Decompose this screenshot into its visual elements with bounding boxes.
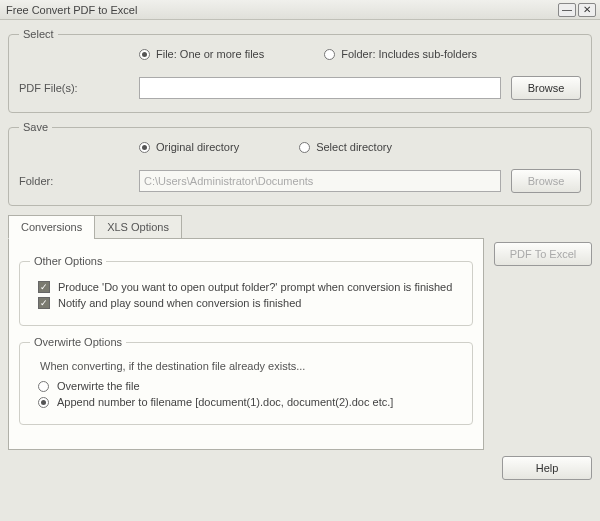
append-number-label: Append number to filename [document(1).d… [57, 396, 393, 408]
help-button[interactable]: Help [502, 456, 592, 480]
select-dir-label: Select directory [316, 141, 392, 153]
browse-folder-button: Browse [511, 169, 581, 193]
window-titlebar: Free Convert PDF to Excel — ✕ [0, 0, 600, 20]
other-options-group: Other Options Produce 'Do you want to op… [19, 255, 473, 326]
overwrite-file-label: Overwirte the file [57, 380, 140, 392]
notify-sound-checkbox[interactable] [38, 297, 50, 309]
save-group: Save Original directory Select directory… [8, 121, 592, 206]
append-number-radio[interactable] [38, 397, 49, 408]
tab-conversions[interactable]: Conversions [8, 215, 95, 239]
conversions-panel: Other Options Produce 'Do you want to op… [8, 238, 484, 450]
tab-xls-options[interactable]: XLS Options [94, 215, 182, 239]
pdf-files-input[interactable] [139, 77, 501, 99]
folder-input[interactable] [139, 170, 501, 192]
other-options-legend: Other Options [30, 255, 106, 267]
select-legend: Select [19, 28, 58, 40]
original-dir-label: Original directory [156, 141, 239, 153]
folder-radio[interactable] [324, 49, 335, 60]
produce-prompt-label: Produce 'Do you want to open output fold… [58, 281, 452, 293]
notify-sound-label: Notify and play sound when conversion is… [58, 297, 301, 309]
save-legend: Save [19, 121, 52, 133]
minimize-icon[interactable]: — [558, 3, 576, 17]
pdf-to-excel-button[interactable]: PDF To Excel [494, 242, 592, 266]
browse-files-button[interactable]: Browse [511, 76, 581, 100]
file-radio[interactable] [139, 49, 150, 60]
original-dir-radio[interactable] [139, 142, 150, 153]
folder-label: Folder: [19, 175, 129, 187]
produce-prompt-checkbox[interactable] [38, 281, 50, 293]
overwrite-options-group: Overwirte Options When converting, if th… [19, 336, 473, 425]
close-icon[interactable]: ✕ [578, 3, 596, 17]
pdf-files-label: PDF File(s): [19, 82, 129, 94]
select-group: Select File: One or more files Folder: I… [8, 28, 592, 113]
select-dir-radio[interactable] [299, 142, 310, 153]
overwrite-file-radio[interactable] [38, 381, 49, 392]
folder-radio-label: Folder: Includes sub-folders [341, 48, 477, 60]
overwrite-desc: When converting, if the destination file… [40, 360, 462, 372]
tab-bar: Conversions XLS Options [8, 214, 592, 238]
overwrite-options-legend: Overwirte Options [30, 336, 126, 348]
file-radio-label: File: One or more files [156, 48, 264, 60]
window-title: Free Convert PDF to Excel [4, 4, 556, 16]
